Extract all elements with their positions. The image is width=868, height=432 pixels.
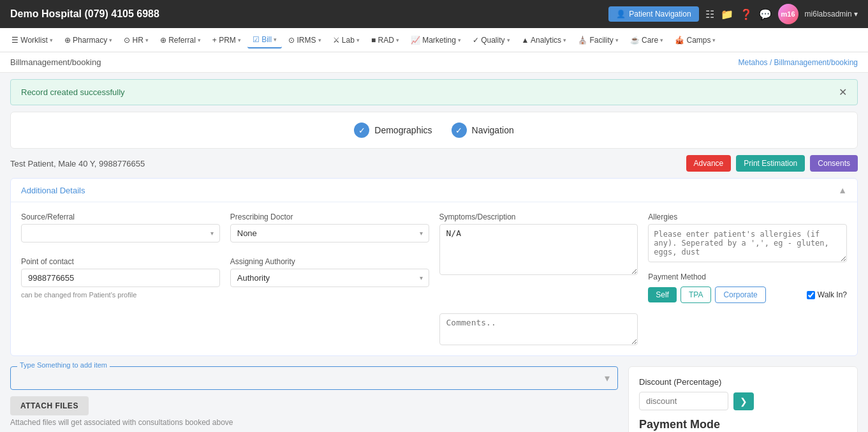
item-search-inner: ▾ xyxy=(18,372,610,384)
page-title: Billmanagement/booking xyxy=(10,57,101,67)
topbar-icons: ☷ 📁 ❓ 💬 xyxy=(705,8,772,20)
person-icon: 👤 xyxy=(616,10,626,19)
additional-details-card: Additional Details ▲ Source/Referral ▾ P… xyxy=(10,178,858,356)
patient-info-bar: Test Patient, Male 40 Y, 9988776655 Adva… xyxy=(0,149,868,178)
alert-success: Record created successfully ✕ xyxy=(10,79,858,105)
nav-facility[interactable]: ⛪ Facility ▾ xyxy=(573,33,624,48)
nav-care[interactable]: ☕ Care ▾ xyxy=(625,33,668,48)
step-demographics: ✓ Demographics xyxy=(354,123,432,138)
nav-lab[interactable]: ⚔ Lab ▾ xyxy=(328,33,365,48)
nav-irms[interactable]: ⊙ IRMS ▾ xyxy=(283,33,326,48)
collapse-icon[interactable]: ▲ xyxy=(838,185,847,195)
topbar: Demo Hospital (079) 4105 6988 👤 Patient … xyxy=(0,0,868,28)
comments-group xyxy=(439,313,638,345)
assigning-authority-label: Assigning Authority xyxy=(230,257,429,266)
source-referral-select[interactable] xyxy=(21,224,220,242)
form-card-header: Additional Details ▲ xyxy=(11,179,857,202)
hospital-name: Demo Hospital (079) 4105 6988 xyxy=(10,8,159,20)
attach-files-button[interactable]: ATTACH FILES xyxy=(10,396,89,415)
print-estimation-button[interactable]: Print Estimation xyxy=(736,155,805,172)
source-referral-select-wrapper: ▾ xyxy=(21,224,220,242)
nav-quality[interactable]: ✓ Quality ▾ xyxy=(467,33,515,48)
advance-button[interactable]: Advance xyxy=(686,155,732,172)
assigning-authority-select[interactable]: Authority xyxy=(230,269,429,287)
chevron-down-icon: ▾ xyxy=(605,372,610,384)
symptoms-group: Symptoms/Description N/A xyxy=(439,212,638,303)
nav-marketing[interactable]: 📈 Marketing ▾ xyxy=(406,33,466,48)
nav-prm[interactable]: + PRM ▾ xyxy=(207,33,246,48)
navigation-check-icon: ✓ xyxy=(452,123,467,138)
alert-close-button[interactable]: ✕ xyxy=(839,86,847,98)
allergies-group: Allergies Payment Method Self TPA Corpor… xyxy=(648,212,847,303)
topbar-right: 👤 Patient Navigation ☷ 📁 ❓ 💬 m16 mi6labs… xyxy=(608,4,858,24)
alert-message: Record created successfully xyxy=(21,87,125,97)
discount-apply-button[interactable]: ❯ xyxy=(733,392,754,410)
prescribing-doctor-group: Prescribing Doctor None ▾ xyxy=(230,212,429,247)
point-of-contact-label: Point of contact xyxy=(21,257,220,266)
item-search-container: Type Something to add item ▾ xyxy=(10,366,618,390)
nav-hr[interactable]: ⊙ HR ▾ xyxy=(119,33,154,48)
source-referral-group: Source/Referral ▾ xyxy=(21,212,220,247)
point-of-contact-helper: can be changed from Patient's profile xyxy=(21,291,220,299)
attach-section: ATTACH FILES Attached files will get ass… xyxy=(10,396,618,427)
help-icon[interactable]: ❓ xyxy=(740,8,753,20)
point-of-contact-group: Point of contact can be changed from Pat… xyxy=(21,257,220,303)
item-search-label: Type Something to add item xyxy=(17,361,110,369)
payment-corporate-button[interactable]: Corporate xyxy=(715,287,765,303)
symptoms-textarea[interactable]: N/A xyxy=(439,224,638,275)
folder-icon[interactable]: 📁 xyxy=(721,8,733,20)
nav-worklist[interactable]: ☰ Worklist ▾ xyxy=(6,33,58,48)
avatar: m16 xyxy=(778,4,798,24)
nav-rad[interactable]: ■ RAD ▾ xyxy=(366,33,404,48)
symptoms-label: Symptoms/Description xyxy=(439,212,638,221)
nav-camps[interactable]: 🎪 Camps ▾ xyxy=(670,33,721,48)
steps-container: ✓ Demographics ✓ Navigation xyxy=(10,112,858,149)
form-card-title: Additional Details xyxy=(21,186,85,195)
discount-input[interactable] xyxy=(639,392,728,410)
right-panel: Discount (Percentage) ❯ Payment Mode Pay… xyxy=(628,366,858,432)
bottom-section: Type Something to add item ▾ ATTACH FILE… xyxy=(10,366,858,432)
grid-icon[interactable]: ☷ xyxy=(705,8,714,20)
nav-analytics[interactable]: ▲ Analytics ▾ xyxy=(517,33,572,48)
step-navigation: ✓ Navigation xyxy=(452,123,514,138)
prescribing-doctor-label: Prescribing Doctor xyxy=(230,212,429,221)
discount-row: ❯ xyxy=(639,392,847,410)
username[interactable]: mi6labsadmin ▾ xyxy=(805,10,858,19)
patient-info: Test Patient, Male 40 Y, 9988776655 xyxy=(10,159,145,168)
item-search-input[interactable] xyxy=(18,373,605,383)
demographics-check-icon: ✓ xyxy=(354,123,369,138)
nav-bill[interactable]: ☑ Bill ▾ xyxy=(247,32,282,48)
breadcrumb: Metahos / Billmanagement/booking xyxy=(739,58,858,67)
breadcrumb-bar: Billmanagement/booking Metahos / Billman… xyxy=(0,52,868,73)
assigning-authority-group: Assigning Authority Authority ▾ xyxy=(230,257,429,303)
navigation-label: Navigation xyxy=(472,125,514,135)
comments-textarea[interactable] xyxy=(439,313,638,345)
patient-navigation-button[interactable]: 👤 Patient Navigation xyxy=(608,6,698,22)
payment-tpa-button[interactable]: TPA xyxy=(680,287,711,303)
payment-self-button[interactable]: Self xyxy=(648,287,677,302)
source-referral-label: Source/Referral xyxy=(21,212,220,221)
walk-in-label: Walk In? xyxy=(818,290,847,299)
allergies-label: Allergies xyxy=(648,212,847,221)
prescribing-doctor-select-wrapper: None ▾ xyxy=(230,224,429,242)
payment-mode-title: Payment Mode xyxy=(639,418,847,431)
nav-menu: ☰ Worklist ▾ ⊕ Pharmacy ▾ ⊙ HR ▾ ⊕ Refer… xyxy=(0,28,868,52)
discount-label: Discount (Percentage) xyxy=(639,377,847,387)
payment-method-label: Payment Method xyxy=(648,272,847,281)
prescribing-doctor-select[interactable]: None xyxy=(230,224,429,242)
attach-helper: Attached files will get associated with … xyxy=(10,418,618,427)
form-grid: Source/Referral ▾ Prescribing Doctor Non… xyxy=(11,202,857,313)
demographics-label: Demographics xyxy=(374,125,432,135)
message-icon[interactable]: 💬 xyxy=(759,8,772,20)
point-of-contact-input[interactable] xyxy=(21,269,220,287)
payment-method-section: Payment Method Self TPA Corporate Walk I… xyxy=(648,272,847,303)
walk-in-checkbox-group: Walk In? xyxy=(807,290,847,299)
payment-method-buttons: Self TPA Corporate Walk In? xyxy=(648,287,847,303)
left-bottom: Type Something to add item ▾ ATTACH FILE… xyxy=(10,366,618,432)
allergies-textarea[interactable] xyxy=(648,224,847,262)
nav-pharmacy[interactable]: ⊕ Pharmacy ▾ xyxy=(59,33,117,48)
assigning-authority-select-wrapper: Authority ▾ xyxy=(230,269,429,287)
consents-button[interactable]: Consents xyxy=(810,155,858,172)
nav-referral[interactable]: ⊕ Referral ▾ xyxy=(155,33,206,48)
walk-in-checkbox[interactable] xyxy=(807,291,815,299)
